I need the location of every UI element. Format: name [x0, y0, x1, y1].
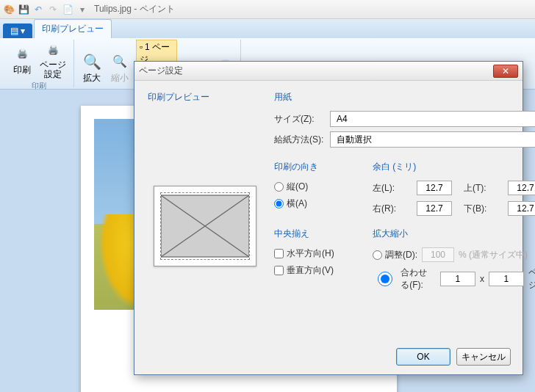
menu-icon: ▤	[10, 26, 18, 36]
margin-bottom-field[interactable]	[508, 201, 535, 216]
scale-fit-radio[interactable]: 合わせる(F):	[373, 266, 436, 291]
margin-left-field[interactable]	[417, 181, 452, 195]
fit-height-field[interactable]	[489, 272, 524, 286]
app-title: Tulips.jpg - ペイント	[94, 3, 175, 15]
page-setup-button[interactable]: 🖨️ ページ 設定	[38, 40, 68, 81]
app-titlebar: 🎨 💾 ↶ ↷ 📄 ▾ Tulips.jpg - ペイント	[0, 0, 535, 19]
dialog-titlebar: ページ設定 ✕	[134, 62, 523, 81]
section-paper: 用紙	[274, 91, 535, 104]
margin-top-field[interactable]	[508, 181, 535, 195]
save-icon[interactable]: 💾	[18, 4, 29, 15]
section-orientation: 印刷の向き	[274, 161, 355, 173]
zoom-in-icon: 🔍	[82, 53, 102, 70]
zoom-in-button[interactable]: 🔍 拡大	[80, 51, 104, 86]
zoom-out-icon: 🔍	[109, 53, 130, 70]
section-preview: 印刷プレビュー	[148, 91, 256, 104]
page-setup-icon: 🖨️	[43, 41, 63, 59]
paper-size-select[interactable]: A4	[330, 111, 535, 127]
center-vertical-check[interactable]: 垂直方向(V)	[274, 264, 355, 277]
orientation-preview	[154, 186, 256, 266]
printer-icon: 🖨️	[12, 45, 32, 62]
ok-button[interactable]: OK	[396, 348, 450, 366]
close-icon: ✕	[502, 66, 509, 76]
file-menu-tab[interactable]: ▤ ▾	[3, 23, 32, 38]
margin-bottom-label: 下(B):	[464, 203, 500, 215]
section-center: 中央揃え	[274, 228, 355, 240]
qat-dropdown-icon[interactable]: ▾	[76, 4, 88, 15]
dialog-title: ページ設定	[139, 65, 183, 77]
center-horizontal-check[interactable]: 水平方向(H)	[274, 247, 355, 260]
tab-print-preview[interactable]: 印刷プレビュー	[34, 19, 112, 38]
margin-top-label: 上(T):	[464, 182, 500, 195]
dialog-close-button[interactable]: ✕	[493, 65, 518, 78]
section-margins: 余白 (ミリ)	[373, 161, 535, 173]
margin-right-field[interactable]	[417, 201, 452, 216]
paper-source-select[interactable]: 自動選択	[330, 131, 535, 148]
new-doc-icon[interactable]: 📄	[62, 4, 73, 15]
orientation-portrait-radio[interactable]: 縦(O)	[274, 181, 355, 193]
redo-icon[interactable]: ↷	[47, 4, 59, 15]
scale-adjust-radio[interactable]: 調整(D):	[373, 249, 417, 261]
size-label: サイズ(Z):	[274, 113, 330, 126]
margin-right-label: 右(R):	[373, 203, 409, 215]
ribbon-tabs: ▤ ▾ 印刷プレビュー	[0, 19, 535, 38]
print-button[interactable]: 🖨️ 印刷	[10, 43, 34, 78]
ribbon-group-print: 🖨️ 印刷 🖨️ ページ 設定 印刷	[4, 40, 74, 87]
source-label: 給紙方法(S):	[274, 134, 330, 146]
fit-width-field[interactable]	[440, 272, 475, 286]
page-icon: ▫	[140, 42, 143, 52]
scale-percent-field	[422, 247, 454, 262]
orientation-landscape-radio[interactable]: 横(A)	[274, 197, 355, 210]
cancel-button[interactable]: キャンセル	[456, 348, 511, 366]
margin-left-label: 左(L):	[373, 182, 409, 195]
zoom-out-button[interactable]: 🔍 縮小	[108, 51, 132, 86]
scale-percent-suffix: % (通常サイズ中)	[459, 249, 528, 261]
page-setup-dialog: ページ設定 ✕ 印刷プレビュー 用紙 サイズ(Z): A4	[134, 61, 523, 375]
app-icon: 🎨	[3, 4, 15, 15]
undo-icon[interactable]: ↶	[32, 4, 44, 15]
section-scale: 拡大縮小	[373, 228, 535, 240]
